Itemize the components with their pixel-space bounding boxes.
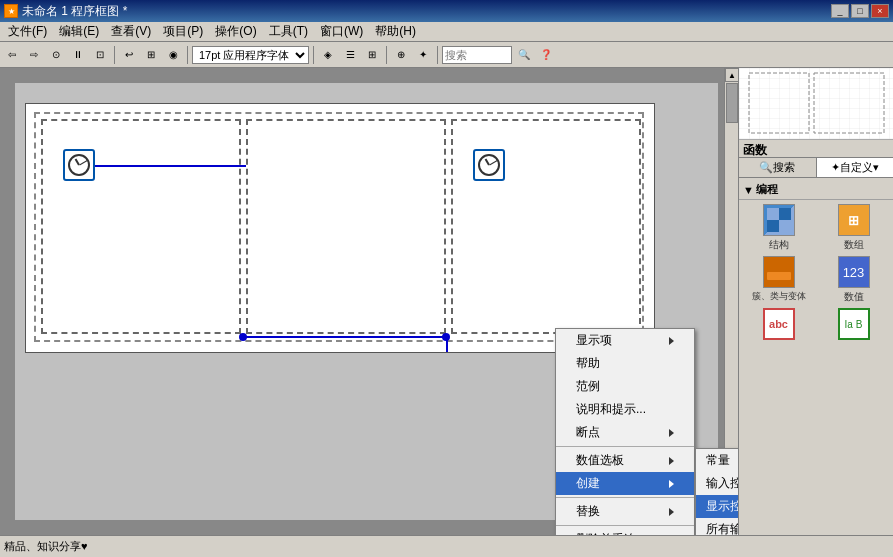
diagram-frame [34, 112, 644, 342]
ctx-sep-2 [556, 497, 694, 498]
toolbar-btn-13[interactable]: ✦ [413, 45, 433, 65]
rp-tab-search-label: 搜索 [773, 160, 795, 175]
menu-operate[interactable]: 操作(O) [209, 22, 262, 41]
ring-icon-text: Ia B [845, 319, 863, 330]
panel-1 [41, 119, 241, 334]
toolbar-btn-9[interactable]: ◈ [318, 45, 338, 65]
svg-rect-7 [779, 220, 791, 232]
numeric-icon-text: 123 [843, 265, 865, 280]
submenu-arrow-9 [669, 508, 674, 516]
ctx-help[interactable]: 帮助 [556, 352, 694, 375]
toolbar-btn-3[interactable]: ⊙ [46, 45, 66, 65]
app-icon: ★ [4, 4, 18, 18]
clock-face-2 [478, 154, 500, 176]
status-bar: 精品、知识分享♥ [0, 535, 893, 557]
cluster-label: 簇、类与变体 [752, 290, 806, 303]
clock-icon-1[interactable] [63, 149, 95, 181]
rp-tab-search[interactable]: 🔍 搜索 [739, 158, 817, 177]
search-button[interactable]: 🔍 [514, 45, 534, 65]
ctx-description[interactable]: 说明和提示... [556, 398, 694, 421]
rp-item-cluster[interactable]: 簇、类与变体 [743, 256, 814, 304]
menu-view[interactable]: 查看(V) [105, 22, 157, 41]
toolbar-btn-5[interactable]: ⊡ [90, 45, 110, 65]
ring-icon: Ia B [838, 308, 870, 340]
rp-item-numeric[interactable]: 123 数值 [818, 256, 889, 304]
toolbar-btn-12[interactable]: ⊕ [391, 45, 411, 65]
toolbar-btn-7[interactable]: ⊞ [141, 45, 161, 65]
rp-mini-canvas [739, 68, 893, 140]
ctx-numpad[interactable]: 数值选板 [556, 449, 694, 472]
menu-window[interactable]: 窗口(W) [314, 22, 369, 41]
svg-rect-8 [767, 262, 791, 270]
rp-item-string[interactable]: abc [743, 308, 814, 342]
scrollbar-up-btn[interactable]: ▲ [725, 68, 738, 82]
svg-rect-0 [739, 68, 893, 140]
submenu-arrow-0 [669, 337, 674, 345]
maximize-button[interactable]: □ [851, 4, 869, 18]
toolbar-btn-10[interactable]: ☰ [340, 45, 360, 65]
close-button[interactable]: × [871, 4, 889, 18]
right-panel: 函数 🔍 搜索 ✦ 自定义▾ ▼ 编程 [738, 68, 893, 535]
window-title: 未命名 1 程序框图 * [22, 3, 127, 20]
string-icon: abc [763, 308, 795, 340]
toolbar-btn-4[interactable]: ⏸ [68, 45, 88, 65]
rp-item-struct[interactable]: 结构 [743, 204, 814, 252]
font-selector[interactable]: 17pt 应用程序字体 [192, 46, 309, 64]
minimize-button[interactable]: _ [831, 4, 849, 18]
toolbar-sep-4 [386, 46, 387, 64]
toolbar-btn-1[interactable]: ⇦ [2, 45, 22, 65]
menu-help[interactable]: 帮助(H) [369, 22, 422, 41]
diagram-area[interactable] [25, 103, 655, 353]
menu-tools[interactable]: 工具(T) [263, 22, 314, 41]
title-bar: ★ 未命名 1 程序框图 * _ □ × [0, 0, 893, 22]
toolbar-btn-8[interactable]: ◉ [163, 45, 183, 65]
ctx-example[interactable]: 范例 [556, 375, 694, 398]
ctx-create[interactable]: 创建 [556, 472, 694, 495]
right-panel-title: 函数 [739, 140, 893, 158]
cluster-svg [765, 258, 793, 286]
svg-rect-5 [767, 220, 779, 232]
menu-edit[interactable]: 编辑(E) [53, 22, 105, 41]
menu-project[interactable]: 项目(P) [157, 22, 209, 41]
wire-bottom [243, 336, 448, 338]
custom-icon: ✦ [831, 161, 840, 174]
search-input[interactable] [442, 46, 512, 64]
sub-ctx-input[interactable]: 输入控件 [696, 472, 738, 495]
toolbar-btn-2[interactable]: ⇨ [24, 45, 44, 65]
toolbar-btn-11[interactable]: ⊞ [362, 45, 382, 65]
svg-rect-9 [767, 272, 791, 280]
rp-tab-custom[interactable]: ✦ 自定义▾ [817, 158, 894, 177]
wire-v1 [446, 336, 448, 353]
rp-item-ring[interactable]: Ia B [818, 308, 889, 342]
rp-section-title-programming[interactable]: ▼ 编程 [739, 180, 893, 200]
panel-3 [451, 119, 641, 334]
title-controls: _ □ × [831, 4, 889, 18]
submenu-arrow-7 [669, 480, 674, 488]
ctx-show-items[interactable]: 显示项 [556, 329, 694, 352]
sub-ctx-constant[interactable]: 常量 [696, 449, 738, 472]
ctx-delete-reconnect[interactable]: 删除并重连 [556, 528, 694, 535]
menu-file[interactable]: 文件(F) [2, 22, 53, 41]
clock-hand-m-1 [79, 160, 87, 165]
ctx-sep-1 [556, 446, 694, 447]
submenu-arrow-6 [669, 457, 674, 465]
ctx-breakpoint[interactable]: 断点 [556, 421, 694, 444]
toolbar-btn-6[interactable]: ↩ [119, 45, 139, 65]
toolbar: ⇦ ⇨ ⊙ ⏸ ⊡ ↩ ⊞ ◉ 17pt 应用程序字体 ◈ ☰ ⊞ ⊕ ✦ 🔍 … [0, 42, 893, 68]
rp-item-array[interactable]: ⊞ 数组 [818, 204, 889, 252]
section-collapse-icon: ▼ [743, 184, 754, 196]
toolbar-btn-14[interactable]: ❓ [536, 45, 556, 65]
sub-ctx-display[interactable]: 显示控件 [696, 495, 738, 518]
scrollbar-thumb-v[interactable] [726, 83, 738, 123]
ctx-sep-3 [556, 525, 694, 526]
struct-svg [765, 206, 793, 234]
clock-icon-2[interactable] [473, 149, 505, 181]
search-icon: 🔍 [759, 161, 773, 174]
sub-ctx-all-controls[interactable]: 所有输入控件和显示控件 [696, 518, 738, 535]
cluster-icon [763, 256, 795, 288]
array-label: 数组 [844, 238, 864, 252]
ctx-replace[interactable]: 替换 [556, 500, 694, 523]
svg-rect-4 [767, 208, 779, 220]
canvas-area[interactable]: ▲ ▼ 显示项 帮助 范例 说明和提示... 断点 [0, 68, 738, 535]
rp-grid-programming: 结构 ⊞ 数组 [739, 200, 893, 346]
